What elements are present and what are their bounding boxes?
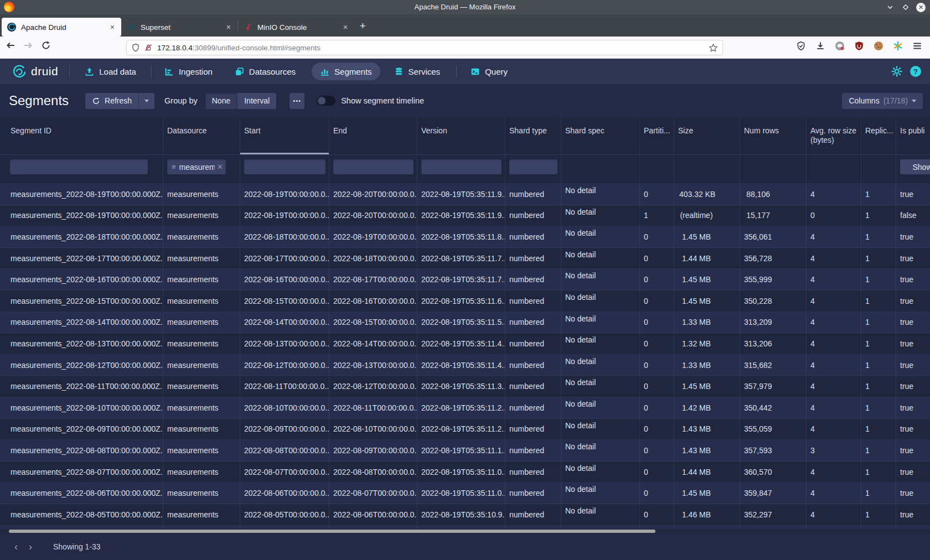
more-options-button[interactable]: ••• [290, 93, 304, 109]
table-row[interactable]: measurements_2022-08-14T00:00:00.000Z...… [0, 312, 930, 334]
datasource-filter-chip[interactable]: ≡measureme✕ [167, 159, 226, 174]
table-row[interactable]: measurements_2022-08-10T00:00:00.000Z...… [0, 397, 930, 419]
menu-hamburger-icon[interactable] [912, 41, 922, 51]
cell-version: 2022-08-19T05:35:11.2... [417, 397, 505, 418]
help-icon[interactable]: ? [910, 66, 921, 77]
scrollbar-thumb[interactable] [9, 530, 655, 533]
cell-shard_spec: No detail [561, 462, 640, 483]
table-row[interactable]: measurements_2022-08-15T00:00:00.000Z...… [0, 291, 930, 312]
cell-replicas: 1 [861, 184, 896, 205]
cell-shard_type: numbered [505, 462, 561, 483]
load-data-icon [85, 67, 94, 76]
group-by-none-button[interactable]: None [205, 93, 237, 109]
table-filter-row: ≡measureme✕Show [0, 155, 930, 184]
column-header-version[interactable]: Version [417, 117, 505, 154]
settings-gear-icon[interactable] [891, 66, 902, 77]
column-header-start[interactable]: Start [240, 117, 329, 154]
table-row[interactable]: measurements_2022-08-18T00:00:00.000Z...… [0, 226, 930, 248]
cell-end: 2022-08-20T00:00:00.0... [329, 205, 417, 226]
refresh-button[interactable]: Refresh [85, 93, 138, 109]
is-published-show-filter-button[interactable]: Show [900, 159, 930, 174]
column-header-datasource[interactable]: Datasource [163, 117, 240, 154]
filter-input-start[interactable] [244, 159, 326, 174]
table-row[interactable]: measurements_2022-08-13T00:00:00.000Z...… [0, 333, 930, 355]
reload-icon[interactable] [41, 40, 51, 50]
group-by-label: Group by [164, 96, 198, 105]
window-maximize-icon[interactable] [901, 2, 911, 12]
cell-datasource: measurements [163, 248, 240, 269]
nav-item-load-data[interactable]: Load data [76, 63, 144, 80]
insecure-lock-icon[interactable] [144, 43, 153, 52]
table-row[interactable]: measurements_2022-08-08T00:00:00.000Z...… [0, 440, 930, 462]
filter-clear-icon[interactable]: ✕ [217, 163, 223, 171]
table-row[interactable]: measurements_2022-08-07T00:00:00.000Z...… [0, 462, 930, 483]
column-header-id[interactable]: Segment ID [0, 117, 163, 154]
pagination-next-icon[interactable]: › [23, 540, 38, 554]
column-header-size[interactable]: Size [674, 117, 740, 154]
refresh-dropdown-button[interactable] [138, 93, 154, 109]
table-row[interactable]: measurements_2022-08-17T00:00:00.000Z...… [0, 248, 930, 269]
column-header-replicas[interactable]: Replic... [861, 117, 896, 154]
table-row[interactable]: measurements_2022-08-05T00:00:00.000Z...… [0, 504, 930, 526]
languagetool-asterisk-icon[interactable] [893, 41, 903, 51]
tab-close-icon[interactable]: × [109, 23, 116, 32]
nav-item-datasources[interactable]: Datasources [226, 63, 304, 80]
table-row[interactable]: measurements_2022-08-12T00:00:00.000Z...… [0, 355, 930, 376]
table-row[interactable]: measurements_2022-08-06T00:00:00.000Z...… [0, 483, 930, 504]
pagination-prev-icon[interactable]: ‹ [9, 540, 23, 554]
cell-size: 1.43 MB [674, 440, 740, 461]
cell-end: 2022-08-11T00:00:00.0... [329, 397, 417, 418]
tab-minio-console[interactable]: MinIO Console × [238, 18, 354, 37]
cell-is_published: true [896, 184, 930, 205]
nav-item-ingestion[interactable]: Ingestion [156, 63, 221, 80]
column-header-shard_spec[interactable]: Shard spec [561, 117, 640, 154]
bookmark-star-icon[interactable] [709, 43, 718, 53]
filter-input-version[interactable] [421, 159, 502, 174]
druid-navbar: druid Load data Ingestion Datasources [0, 59, 930, 84]
column-header-avg_row_size[interactable]: Avg. row size (bytes) [807, 117, 861, 154]
pagination-status: Showing 1-33 [53, 542, 101, 551]
cell-replicas: 1 [861, 440, 896, 461]
nav-item-services[interactable]: Services [386, 63, 449, 80]
column-header-num_rows[interactable]: Num rows [740, 117, 807, 154]
table-row[interactable]: measurements_2022-08-11T00:00:00.000Z...… [0, 376, 930, 397]
table-row[interactable]: measurements_2022-08-16T00:00:00.000Z...… [0, 269, 930, 291]
table-row[interactable]: measurements_2022-08-19T00:00:00.000Z...… [0, 205, 930, 227]
back-icon[interactable] [6, 40, 16, 50]
forward-icon[interactable] [23, 40, 33, 50]
window-minimize-icon[interactable] [885, 2, 895, 12]
cell-replicas: 1 [861, 376, 896, 397]
new-tab-button[interactable]: + [360, 20, 366, 32]
cookie-extension-icon[interactable] [874, 41, 884, 51]
filter-input-end[interactable] [333, 159, 414, 174]
filter-input-shard_type[interactable] [509, 159, 557, 174]
tab-apache-druid[interactable]: Apache Druid × [2, 18, 121, 37]
column-header-is_published[interactable]: Is publi [896, 117, 930, 154]
mask-extension-icon[interactable] [835, 41, 845, 51]
cell-shard_type: numbered [505, 355, 561, 376]
group-by-interval-button[interactable]: Interval [237, 93, 276, 109]
shield-icon[interactable] [131, 43, 140, 52]
column-header-shard_type[interactable]: Shard type [505, 117, 561, 154]
tab-superset[interactable]: Superset × [121, 18, 237, 37]
filter-input-id[interactable] [10, 159, 148, 174]
window-close-icon[interactable]: ✕ [916, 3, 926, 12]
downloads-icon[interactable] [815, 41, 825, 51]
ublock-icon[interactable] [854, 41, 864, 51]
tab-close-icon[interactable]: × [225, 23, 232, 32]
segments-icon [320, 67, 329, 76]
segment-timeline-toggle[interactable] [317, 96, 335, 106]
columns-button[interactable]: Columns (17/18) [842, 93, 923, 109]
column-header-end[interactable]: End [329, 117, 417, 154]
table-footer: ‹ › Showing 1-33 [0, 533, 930, 560]
column-header-partition[interactable]: Partiti... [640, 117, 674, 154]
druid-logo[interactable]: druid [11, 63, 58, 80]
url-bar[interactable]: 172.18.0.4:30899/unified-console.html#se… [126, 40, 723, 55]
nav-item-query[interactable]: Query [462, 63, 516, 80]
nav-item-segments[interactable]: Segments [312, 63, 380, 80]
pocket-shield-icon[interactable] [796, 41, 806, 51]
table-row[interactable]: measurements_2022-08-09T00:00:00.000Z...… [0, 419, 930, 440]
table-row[interactable]: measurements_2022-08-19T00:00:00.000Z...… [0, 184, 930, 205]
cell-start: 2022-08-15T00:00:00.0... [240, 291, 329, 312]
tab-close-icon[interactable]: × [342, 23, 349, 32]
